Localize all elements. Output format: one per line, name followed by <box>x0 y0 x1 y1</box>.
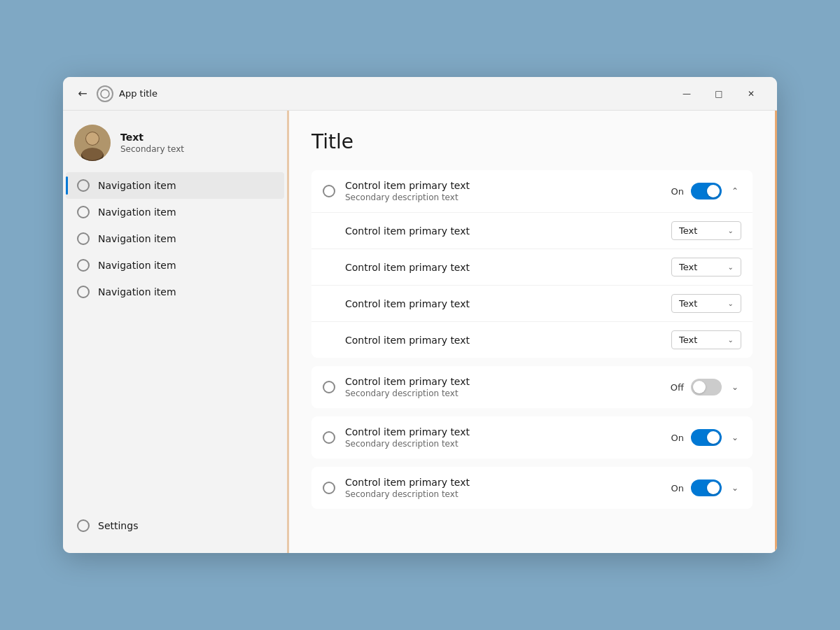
settings-item[interactable]: Settings <box>74 512 276 539</box>
content-wrapper: Title Control item primary text Secondar… <box>287 111 777 553</box>
control-secondary-4: Secondary description text <box>345 489 661 499</box>
control-group-4: Control item primary text Secondary desc… <box>312 467 752 509</box>
dropdown-1a[interactable]: Text ⌄ <box>671 221 741 240</box>
control-text-2: Control item primary text Secondary desc… <box>345 376 661 398</box>
control-group-2: Control item primary text Secondary desc… <box>312 366 752 408</box>
control-right-3: On ⌄ <box>671 429 741 446</box>
svg-point-0 <box>101 90 109 98</box>
expand-chevron-2[interactable]: ⌄ <box>729 381 741 393</box>
sidebar-item-nav3[interactable]: Navigation item <box>66 225 284 252</box>
sidebar-item-nav5[interactable]: Navigation item <box>66 279 284 305</box>
expand-chevron-1[interactable]: ⌃ <box>729 185 741 197</box>
control-radio-2[interactable] <box>323 381 335 393</box>
content-area: Title Control item primary text Secondar… <box>289 111 775 553</box>
page-title: Title <box>312 130 752 153</box>
dropdown-1b[interactable]: Text ⌄ <box>671 258 741 276</box>
toggle-knob-4 <box>707 482 720 494</box>
maximize-button[interactable]: □ <box>703 83 735 105</box>
dropdown-1d[interactable]: Text ⌄ <box>671 330 741 349</box>
control-subtext-1d: Control item primary text <box>345 335 671 346</box>
chevron-down-icon-1c: ⌄ <box>728 300 734 307</box>
control-sub-primary-1c: Control item primary text <box>345 298 671 309</box>
control-radio-4[interactable] <box>323 482 335 494</box>
titlebar: ← App title — □ ✕ <box>63 77 777 111</box>
chevron-down-icon-1d: ⌄ <box>728 336 734 344</box>
svg-point-4 <box>86 132 99 145</box>
toggle-3[interactable] <box>691 429 722 446</box>
nav-radio-2 <box>77 206 90 218</box>
app-title: App title <box>119 88 671 99</box>
control-subright-1b: Text ⌄ <box>671 258 741 276</box>
control-text-3: Control item primary text Secondary desc… <box>345 426 661 449</box>
nav-radio-5 <box>77 286 90 298</box>
control-group-3: Control item primary text Secondary desc… <box>312 416 752 458</box>
control-secondary-1: Secondary description text <box>345 192 661 202</box>
sidebar-item-nav2[interactable]: Navigation item <box>66 199 284 225</box>
toggle-knob-3 <box>707 431 720 444</box>
profile-text: Text Secondary text <box>120 132 184 154</box>
control-subitem-1b: Control item primary text Text ⌄ <box>312 249 752 286</box>
control-subtext-1a: Control item primary text <box>345 225 671 237</box>
control-subtext-1b: Control item primary text <box>345 262 671 273</box>
nav-radio-1 <box>77 179 90 192</box>
control-radio-1[interactable] <box>323 185 335 197</box>
control-primary-4: Control item primary text <box>345 477 661 488</box>
control-secondary-3: Secondary description text <box>345 439 661 449</box>
control-subitem-1a: Control item primary text Text ⌄ <box>312 213 752 249</box>
toggle-label-2: Off <box>671 382 684 393</box>
nav-items: Navigation item Navigation item Navigati… <box>63 172 287 507</box>
control-sub-primary-1b: Control item primary text <box>345 262 671 273</box>
toggle-4[interactable] <box>691 479 722 496</box>
sidebar-item-nav1[interactable]: Navigation item <box>66 172 284 199</box>
toggle-label-3: On <box>671 433 683 443</box>
chevron-down-icon-1b: ⌄ <box>728 263 734 271</box>
dropdown-text-1c: Text <box>679 298 724 309</box>
control-right-1: On ⌃ <box>671 183 741 200</box>
control-primary-3: Control item primary text <box>345 426 661 438</box>
profile-name: Text <box>120 132 184 143</box>
control-subtext-1c: Control item primary text <box>345 298 671 309</box>
control-item-2: Control item primary text Secondary desc… <box>312 366 752 408</box>
settings-radio <box>77 519 90 532</box>
toggle-knob-1 <box>707 185 720 197</box>
expand-chevron-4[interactable]: ⌄ <box>729 482 741 494</box>
control-subright-1c: Text ⌄ <box>671 294 741 313</box>
toggle-2[interactable] <box>691 379 722 396</box>
control-group-1: Control item primary text Secondary desc… <box>312 170 752 358</box>
control-sub-primary-1d: Control item primary text <box>345 335 671 346</box>
toggle-1[interactable] <box>691 183 722 200</box>
sidebar-item-nav4[interactable]: Navigation item <box>66 252 284 279</box>
control-text-4: Control item primary text Secondary desc… <box>345 477 661 499</box>
app-window: ← App title — □ ✕ <box>63 77 777 553</box>
svg-point-5 <box>82 148 103 160</box>
control-subright-1d: Text ⌄ <box>671 330 741 349</box>
toggle-label-4: On <box>671 483 683 493</box>
toggle-label-1: On <box>671 186 683 197</box>
close-button[interactable]: ✕ <box>735 83 767 105</box>
avatar <box>74 125 111 161</box>
control-text-1: Control item primary text Secondary desc… <box>345 180 661 202</box>
nav-label-2: Navigation item <box>98 206 176 218</box>
control-subright-1a: Text ⌄ <box>671 221 741 240</box>
dropdown-text-1a: Text <box>679 225 724 236</box>
control-radio-3[interactable] <box>323 431 335 444</box>
control-item-3: Control item primary text Secondary desc… <box>312 416 752 458</box>
settings-label: Settings <box>98 520 138 531</box>
app-logo <box>97 85 113 102</box>
dropdown-text-1d: Text <box>679 335 724 345</box>
control-subitem-1d: Control item primary text Text ⌄ <box>312 322 752 358</box>
expand-chevron-3[interactable]: ⌄ <box>729 431 741 444</box>
back-button[interactable]: ← <box>73 84 92 104</box>
minimize-button[interactable]: — <box>671 83 703 105</box>
profile-secondary: Secondary text <box>120 144 184 154</box>
control-primary-2: Control item primary text <box>345 376 661 387</box>
control-secondary-2: Secondary description text <box>345 388 661 398</box>
dropdown-1c[interactable]: Text ⌄ <box>671 294 741 313</box>
control-item-4: Control item primary text Secondary desc… <box>312 467 752 509</box>
control-item-1: Control item primary text Secondary desc… <box>312 170 752 213</box>
toggle-knob-2 <box>693 381 706 393</box>
control-subitem-1c: Control item primary text Text ⌄ <box>312 286 752 322</box>
sidebar: Text Secondary text Navigation item Navi… <box>63 111 287 553</box>
nav-label-5: Navigation item <box>98 286 176 298</box>
nav-label-1: Navigation item <box>98 180 176 191</box>
